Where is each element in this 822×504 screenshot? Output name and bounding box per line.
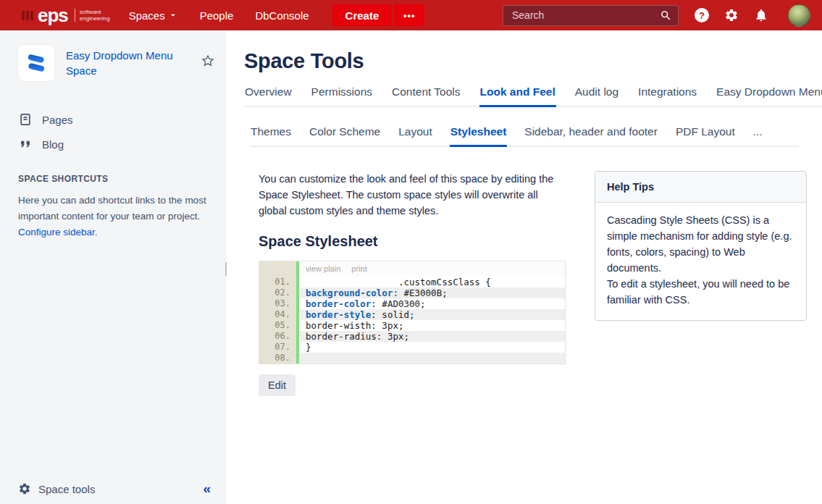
tab-content-tools[interactable]: Content Tools — [391, 85, 461, 107]
print-link[interactable]: print — [351, 261, 366, 277]
code-line: 02. background-color: #E3000B; — [259, 287, 565, 298]
eps-logo[interactable]: eps software engineering — [22, 6, 110, 25]
space-logo[interactable] — [18, 45, 54, 81]
stylesheet-intro-text: You can customize the look and feel of t… — [259, 171, 566, 219]
menu-spaces[interactable]: Spaces — [129, 9, 178, 22]
sidebar-item-blog[interactable]: Blog — [18, 132, 215, 156]
topbar-menu: Spaces People DbConsole — [129, 9, 309, 22]
space-header: Easy Dropdown Menu Space — [18, 45, 215, 81]
create-more-button[interactable]: ••• — [394, 4, 424, 26]
code-line: 05. border-wisth: 3px; — [259, 320, 565, 331]
create-split-button: Create ••• — [332, 4, 425, 26]
notifications-bell-icon[interactable] — [754, 8, 768, 22]
confluence-logo-icon — [24, 51, 49, 75]
blog-quote-icon — [18, 137, 33, 151]
space-tools-label[interactable]: Space tools — [38, 483, 95, 495]
top-navigation-bar: eps software engineering Spaces People D… — [0, 0, 822, 30]
code-line: 04. border-style: solid; — [259, 309, 565, 320]
space-sidebar: Easy Dropdown Menu Space Pages Blog SPAC… — [0, 30, 227, 504]
subtab-sidebar-header-footer[interactable]: Sidebar, header and footer — [524, 125, 658, 147]
tab-integrations[interactable]: Integrations — [637, 85, 697, 107]
menu-people[interactable]: People — [200, 9, 234, 22]
page-title: Space Tools — [244, 49, 822, 73]
create-button[interactable]: Create — [332, 4, 393, 26]
code-line: 06. border-radius: 3px; — [259, 331, 565, 342]
settings-gear-icon[interactable] — [724, 8, 739, 22]
code-line: 01. .customCssClass { — [259, 277, 565, 287]
main-content: Space Tools Overview Permissions Content… — [227, 30, 822, 504]
user-avatar[interactable] — [788, 4, 810, 27]
tab-permissions[interactable]: Permissions — [311, 85, 373, 107]
sidebar-item-pages[interactable]: Pages — [18, 107, 215, 132]
configure-sidebar-link[interactable]: Configure sidebar. — [18, 224, 98, 240]
space-name-link[interactable]: Easy Dropdown Menu Space — [66, 45, 175, 78]
tab-audit-log[interactable]: Audit log — [574, 85, 619, 107]
menu-dbconsole[interactable]: DbConsole — [255, 9, 309, 22]
help-icon[interactable]: ? — [695, 8, 709, 22]
code-toolbar-row: view plain print — [259, 261, 565, 277]
subtab-pdf-layout[interactable]: PDF Layout — [675, 125, 736, 147]
tab-overview[interactable]: Overview — [244, 85, 293, 107]
help-tips-title: Help Tips — [595, 172, 806, 203]
search-container — [503, 5, 679, 26]
eps-logo-tagline: software engineering — [75, 9, 110, 22]
stylesheet-section: You can customize the look and feel of t… — [259, 171, 566, 396]
chevron-down-icon — [168, 10, 178, 20]
subtab-more[interactable]: ... — [752, 125, 763, 147]
eps-logo-text: eps — [38, 6, 68, 25]
tab-look-and-feel[interactable]: Look and Feel — [479, 85, 556, 107]
subtab-themes[interactable]: Themes — [250, 125, 292, 147]
edit-button[interactable]: Edit — [259, 374, 295, 396]
sidebar-nav: Pages Blog — [18, 107, 215, 156]
search-input[interactable] — [503, 5, 679, 26]
help-tips-panel: Help Tips Cascading Style Sheets (CSS) i… — [595, 171, 807, 321]
subtab-stylesheet[interactable]: Stylesheet — [450, 125, 508, 147]
view-plain-link[interactable]: view plain — [306, 261, 340, 277]
code-line: 08. — [259, 353, 565, 364]
search-icon[interactable] — [660, 9, 672, 22]
space-shortcuts-description: Here you can add shortcut links to the m… — [18, 193, 208, 240]
eps-logo-bars-icon — [22, 11, 33, 20]
topbar-icon-group: ? — [695, 4, 810, 27]
sidebar-footer: Space tools « — [18, 482, 211, 495]
code-line: 07. } — [259, 342, 565, 353]
look-and-feel-subtabs: Themes Color Scheme Layout Stylesheet Si… — [250, 125, 799, 147]
space-tools-gear-icon — [18, 482, 31, 495]
space-tools-tabs: Overview Permissions Content Tools Look … — [244, 85, 822, 107]
space-stylesheet-heading: Space Stylesheet — [259, 233, 566, 250]
star-favourite-icon[interactable] — [201, 54, 215, 68]
subtab-color-scheme[interactable]: Color Scheme — [309, 125, 381, 147]
pages-icon — [18, 112, 33, 127]
css-code-panel: view plain print 01. .customCssClass { 0… — [259, 261, 566, 364]
code-line: 03. border-color: #AD0300; — [259, 298, 565, 309]
tab-easy-dropdown-menu[interactable]: Easy Dropdown Menu — [716, 85, 822, 107]
help-tips-body: Cascading Style Sheets (CSS) is a simple… — [595, 203, 806, 320]
collapse-sidebar-button[interactable]: « — [203, 482, 211, 495]
space-shortcuts-heading: SPACE SHORTCUTS — [18, 174, 215, 184]
subtab-layout[interactable]: Layout — [398, 125, 433, 147]
